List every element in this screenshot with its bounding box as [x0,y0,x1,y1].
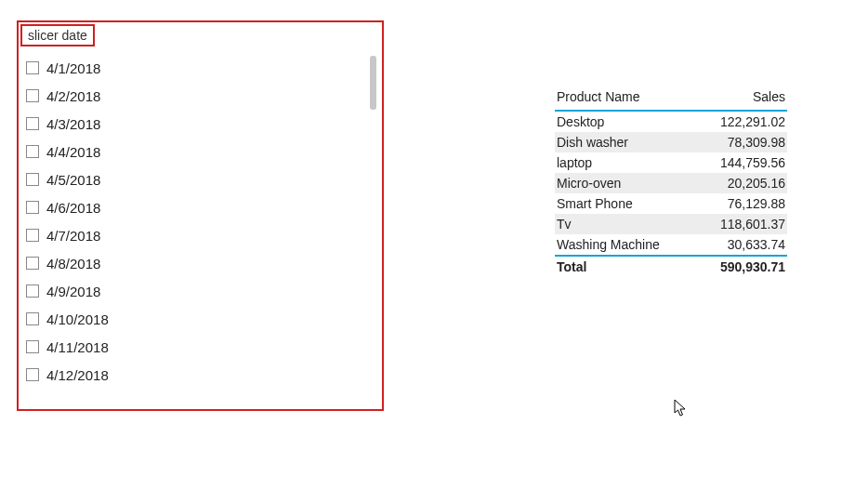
cell-product-name: Smart Phone [555,196,676,211]
table-row[interactable]: Tv 118,601.37 [555,214,787,234]
table-row[interactable]: Desktop 122,291.02 [555,112,787,132]
cell-sales: 30,633.74 [676,237,787,252]
cell-sales: 76,129.88 [676,196,787,211]
slicer-item-list: 4/1/2018 4/2/2018 4/3/2018 4/4/2018 4/5/… [24,54,376,402]
scrollbar-thumb[interactable] [370,56,376,110]
total-label: Total [555,259,676,274]
slicer-item[interactable]: 4/11/2018 [24,333,376,361]
cell-product-name: Washing Machine [555,237,676,252]
slicer-item[interactable]: 4/9/2018 [24,277,376,305]
slicer-item-label: 4/2/2018 [46,88,100,104]
slicer-item-label: 4/3/2018 [46,116,100,132]
slicer-item[interactable]: 4/12/2018 [24,361,376,389]
slicer-item[interactable]: 4/10/2018 [24,305,376,333]
table-row[interactable]: laptop 144,759.56 [555,152,787,173]
table-header-row: Product Name Sales [555,86,787,112]
checkbox-icon[interactable] [26,257,39,270]
checkbox-icon[interactable] [26,89,39,102]
cell-product-name: laptop [555,155,676,170]
slicer-item-label: 4/1/2018 [46,60,100,76]
cell-sales: 20,205.16 [676,176,787,191]
checkbox-icon[interactable] [26,61,39,74]
slicer-title: slicer date [20,24,95,46]
table-total-row: Total 590,930.71 [555,255,787,277]
cell-product-name: Micro-oven [555,176,676,191]
checkbox-icon[interactable] [26,145,39,158]
slicer-item-label: 4/12/2018 [46,367,109,383]
cell-sales: 144,759.56 [676,155,787,170]
cell-sales: 122,291.02 [676,114,787,129]
slicer-item-label: 4/6/2018 [46,200,100,216]
slicer-item[interactable]: 4/5/2018 [24,165,376,193]
slicer-item-label: 4/8/2018 [46,256,100,271]
checkbox-icon[interactable] [26,117,39,130]
checkbox-icon[interactable] [26,368,39,381]
column-header-sales[interactable]: Sales [676,89,787,104]
table-row[interactable]: Micro-oven 20,205.16 [555,173,787,193]
checkbox-icon[interactable] [26,285,39,298]
slicer-item[interactable]: 4/1/2018 [24,54,376,82]
table-row[interactable]: Smart Phone 76,129.88 [555,193,787,214]
checkbox-icon[interactable] [26,312,39,325]
checkbox-icon[interactable] [26,229,39,242]
slicer-item-label: 4/9/2018 [46,284,100,299]
slicer-item[interactable]: 4/2/2018 [24,82,376,110]
cell-sales: 78,309.98 [676,135,787,150]
slicer-item-label: 4/10/2018 [46,311,109,327]
sales-table-visual: Product Name Sales Desktop 122,291.02 Di… [555,86,787,277]
total-value: 590,930.71 [676,259,787,274]
slicer-item-label: 4/11/2018 [46,339,109,355]
slicer-date-visual: slicer date 4/1/2018 4/2/2018 4/3/2018 4… [17,20,384,411]
column-header-product-name[interactable]: Product Name [555,89,676,104]
table-row[interactable]: Dish washer 78,309.98 [555,132,787,152]
cell-product-name: Tv [555,217,676,232]
slicer-item-label: 4/5/2018 [46,172,100,188]
checkbox-icon[interactable] [26,173,39,186]
slicer-item[interactable]: 4/3/2018 [24,110,376,138]
cell-product-name: Dish washer [555,135,676,150]
slicer-item[interactable]: 4/7/2018 [24,221,376,249]
cell-sales: 118,601.37 [676,217,787,232]
cell-product-name: Desktop [555,114,676,129]
slicer-item[interactable]: 4/6/2018 [24,193,376,221]
slicer-item[interactable]: 4/8/2018 [24,249,376,277]
checkbox-icon[interactable] [26,340,39,353]
slicer-item-label: 4/4/2018 [46,144,100,160]
table-row[interactable]: Washing Machine 30,633.74 [555,234,787,255]
checkbox-icon[interactable] [26,201,39,214]
slicer-item-label: 4/7/2018 [46,228,100,244]
cursor-icon [674,399,689,417]
slicer-item[interactable]: 4/4/2018 [24,138,376,165]
